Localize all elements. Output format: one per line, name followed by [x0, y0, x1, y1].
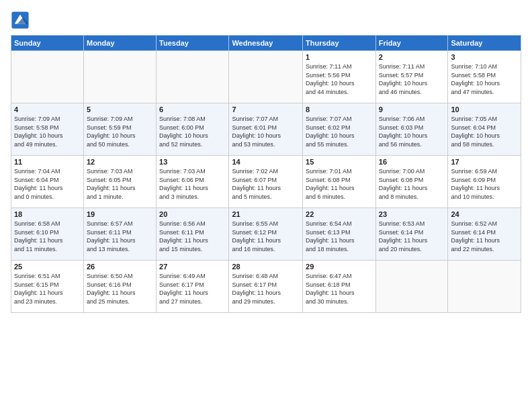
calendar-cell: 7Sunrise: 7:07 AM Sunset: 6:01 PM Daylig…: [229, 103, 303, 156]
day-info: Sunrise: 6:51 AM Sunset: 6:15 PM Dayligh…: [14, 272, 81, 306]
logo: [11, 11, 32, 30]
day-info: Sunrise: 6:55 AM Sunset: 6:12 PM Dayligh…: [232, 220, 300, 253]
day-number: 24: [451, 210, 518, 218]
day-info: Sunrise: 6:59 AM Sunset: 6:09 PM Dayligh…: [451, 167, 518, 201]
day-number: 12: [87, 158, 153, 166]
calendar-cell: 6Sunrise: 7:08 AM Sunset: 6:00 PM Daylig…: [157, 103, 229, 156]
day-number: 2: [379, 53, 445, 61]
day-number: 6: [159, 105, 226, 113]
day-info: Sunrise: 7:02 AM Sunset: 6:07 PM Dayligh…: [232, 167, 300, 201]
day-number: 18: [14, 210, 81, 218]
day-number: 28: [232, 263, 300, 271]
calendar-table: SundayMondayTuesdayWednesdayThursdayFrid…: [11, 35, 521, 313]
day-info: Sunrise: 6:52 AM Sunset: 6:14 PM Dayligh…: [451, 220, 518, 253]
day-number: 9: [379, 105, 445, 113]
calendar-cell: 2Sunrise: 7:11 AM Sunset: 5:57 PM Daylig…: [375, 51, 448, 103]
calendar-cell: 1Sunrise: 7:11 AM Sunset: 5:56 PM Daylig…: [303, 51, 376, 103]
calendar-cell: 16Sunrise: 7:00 AM Sunset: 6:08 PM Dayli…: [375, 156, 448, 208]
logo-icon: [11, 11, 30, 30]
day-number: 29: [306, 263, 373, 271]
day-info: Sunrise: 7:07 AM Sunset: 6:02 PM Dayligh…: [306, 115, 373, 148]
day-info: Sunrise: 7:09 AM Sunset: 5:58 PM Dayligh…: [14, 115, 81, 148]
day-info: Sunrise: 7:01 AM Sunset: 6:08 PM Dayligh…: [306, 167, 373, 201]
day-of-week-header: Saturday: [448, 36, 521, 51]
calendar-cell: 23Sunrise: 6:53 AM Sunset: 6:14 PM Dayli…: [375, 208, 448, 261]
day-number: 19: [87, 210, 153, 218]
page-header: [11, 8, 521, 30]
day-number: 10: [451, 105, 518, 113]
calendar-cell: [157, 51, 229, 103]
day-number: 22: [306, 210, 373, 218]
day-number: 7: [232, 105, 300, 113]
calendar-cell: 27Sunrise: 6:49 AM Sunset: 6:17 PM Dayli…: [157, 261, 229, 313]
day-info: Sunrise: 7:03 AM Sunset: 6:06 PM Dayligh…: [159, 167, 226, 201]
day-number: 1: [306, 53, 373, 61]
day-info: Sunrise: 7:07 AM Sunset: 6:01 PM Dayligh…: [232, 115, 300, 148]
day-info: Sunrise: 7:00 AM Sunset: 6:08 PM Dayligh…: [379, 167, 445, 201]
day-info: Sunrise: 6:53 AM Sunset: 6:14 PM Dayligh…: [379, 220, 445, 253]
calendar-cell: [229, 51, 303, 103]
calendar-cell: 12Sunrise: 7:03 AM Sunset: 6:05 PM Dayli…: [83, 156, 156, 208]
calendar-cell: [83, 51, 156, 103]
calendar-cell: 21Sunrise: 6:55 AM Sunset: 6:12 PM Dayli…: [229, 208, 303, 261]
calendar-cell: 13Sunrise: 7:03 AM Sunset: 6:06 PM Dayli…: [157, 156, 229, 208]
day-info: Sunrise: 6:47 AM Sunset: 6:18 PM Dayligh…: [306, 272, 373, 306]
day-number: 13: [159, 158, 226, 166]
day-number: 25: [14, 263, 81, 271]
calendar-cell: 11Sunrise: 7:04 AM Sunset: 6:04 PM Dayli…: [11, 156, 84, 208]
day-info: Sunrise: 6:54 AM Sunset: 6:13 PM Dayligh…: [306, 220, 373, 253]
day-of-week-header: Wednesday: [229, 36, 303, 51]
calendar-cell: [11, 51, 84, 103]
calendar-cell: 10Sunrise: 7:05 AM Sunset: 6:04 PM Dayli…: [448, 103, 521, 156]
day-of-week-header: Sunday: [11, 36, 84, 51]
calendar-cell: 4Sunrise: 7:09 AM Sunset: 5:58 PM Daylig…: [11, 103, 84, 156]
day-info: Sunrise: 7:06 AM Sunset: 6:03 PM Dayligh…: [379, 115, 445, 148]
calendar-cell: 19Sunrise: 6:57 AM Sunset: 6:11 PM Dayli…: [83, 208, 156, 261]
day-number: 14: [232, 158, 300, 166]
day-of-week-header: Thursday: [303, 36, 376, 51]
day-number: 5: [87, 105, 153, 113]
calendar-cell: 9Sunrise: 7:06 AM Sunset: 6:03 PM Daylig…: [375, 103, 448, 156]
calendar-cell: 18Sunrise: 6:58 AM Sunset: 6:10 PM Dayli…: [11, 208, 84, 261]
day-number: 21: [232, 210, 300, 218]
calendar-cell: 5Sunrise: 7:09 AM Sunset: 5:59 PM Daylig…: [83, 103, 156, 156]
day-info: Sunrise: 6:50 AM Sunset: 6:16 PM Dayligh…: [87, 272, 153, 306]
calendar-cell: 14Sunrise: 7:02 AM Sunset: 6:07 PM Dayli…: [229, 156, 303, 208]
day-info: Sunrise: 7:11 AM Sunset: 5:56 PM Dayligh…: [306, 62, 373, 96]
calendar-cell: 3Sunrise: 7:10 AM Sunset: 5:58 PM Daylig…: [448, 51, 521, 103]
day-info: Sunrise: 6:49 AM Sunset: 6:17 PM Dayligh…: [159, 272, 226, 306]
day-number: 4: [14, 105, 81, 113]
day-info: Sunrise: 7:10 AM Sunset: 5:58 PM Dayligh…: [451, 62, 518, 96]
day-info: Sunrise: 7:04 AM Sunset: 6:04 PM Dayligh…: [14, 167, 81, 201]
day-info: Sunrise: 6:58 AM Sunset: 6:10 PM Dayligh…: [14, 220, 81, 253]
day-number: 3: [451, 53, 518, 61]
calendar-cell: 28Sunrise: 6:48 AM Sunset: 6:17 PM Dayli…: [229, 261, 303, 313]
day-info: Sunrise: 7:08 AM Sunset: 6:00 PM Dayligh…: [159, 115, 226, 148]
day-number: 20: [159, 210, 226, 218]
calendar-cell: 25Sunrise: 6:51 AM Sunset: 6:15 PM Dayli…: [11, 261, 84, 313]
day-info: Sunrise: 6:57 AM Sunset: 6:11 PM Dayligh…: [87, 220, 153, 253]
day-number: 11: [14, 158, 81, 166]
day-number: 26: [87, 263, 153, 271]
day-info: Sunrise: 6:48 AM Sunset: 6:17 PM Dayligh…: [232, 272, 300, 306]
day-number: 27: [159, 263, 226, 271]
calendar-cell: 17Sunrise: 6:59 AM Sunset: 6:09 PM Dayli…: [448, 156, 521, 208]
calendar-cell: 20Sunrise: 6:56 AM Sunset: 6:11 PM Dayli…: [157, 208, 229, 261]
day-number: 15: [306, 158, 373, 166]
day-info: Sunrise: 7:03 AM Sunset: 6:05 PM Dayligh…: [87, 167, 153, 201]
calendar-cell: 26Sunrise: 6:50 AM Sunset: 6:16 PM Dayli…: [83, 261, 156, 313]
day-info: Sunrise: 7:09 AM Sunset: 5:59 PM Dayligh…: [87, 115, 153, 148]
day-info: Sunrise: 7:05 AM Sunset: 6:04 PM Dayligh…: [451, 115, 518, 148]
day-of-week-header: Tuesday: [157, 36, 229, 51]
calendar-cell: [448, 261, 521, 313]
calendar-cell: 15Sunrise: 7:01 AM Sunset: 6:08 PM Dayli…: [303, 156, 376, 208]
calendar-cell: 8Sunrise: 7:07 AM Sunset: 6:02 PM Daylig…: [303, 103, 376, 156]
calendar-cell: [375, 261, 448, 313]
calendar-cell: 22Sunrise: 6:54 AM Sunset: 6:13 PM Dayli…: [303, 208, 376, 261]
day-info: Sunrise: 6:56 AM Sunset: 6:11 PM Dayligh…: [159, 220, 226, 253]
day-info: Sunrise: 7:11 AM Sunset: 5:57 PM Dayligh…: [379, 62, 445, 96]
day-number: 17: [451, 158, 518, 166]
day-number: 23: [379, 210, 445, 218]
calendar-cell: 29Sunrise: 6:47 AM Sunset: 6:18 PM Dayli…: [303, 261, 376, 313]
calendar-cell: 24Sunrise: 6:52 AM Sunset: 6:14 PM Dayli…: [448, 208, 521, 261]
